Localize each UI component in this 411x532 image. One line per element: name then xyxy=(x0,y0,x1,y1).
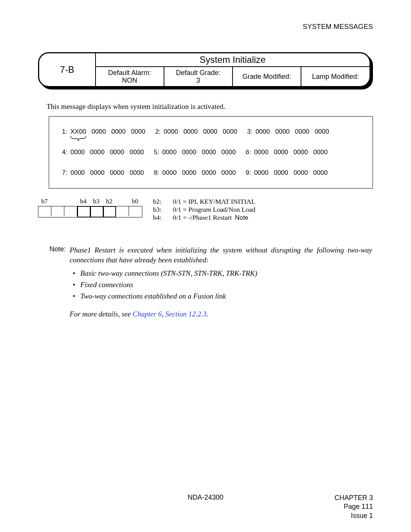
dump-group: 3: 0000 0000 0000 0000 xyxy=(242,128,334,136)
bit-label xyxy=(64,198,77,205)
dump-word: 0000 xyxy=(254,169,269,177)
dump-word: 0000 xyxy=(129,149,144,156)
dump-word: 0000 xyxy=(275,128,290,136)
dump-group: 9: 0000 0000 0000 0000 xyxy=(241,169,333,177)
bit-desc-key: b3: xyxy=(153,206,166,214)
dump-index: 6: xyxy=(241,149,251,156)
link-section[interactable]: Section 12.2.3 xyxy=(166,310,207,318)
dump-word: 0000 xyxy=(315,128,329,136)
bit-desc-value: 0/1 = -/Phase1 Restart Note xyxy=(173,214,248,222)
bit-cell-emph xyxy=(103,206,116,217)
bit-label: b7 xyxy=(38,198,51,205)
bit-cell xyxy=(116,206,129,216)
note-bullet: Basic two-way connections (STN-STN, STN-… xyxy=(80,268,372,278)
message-card: 7-B System Initialize Default Alarm: NON… xyxy=(38,52,373,89)
seealso-pre: For more details, see xyxy=(70,310,133,318)
note-text: Phase1 Restart is executed when initiali… xyxy=(70,246,372,264)
dump-group: 6: 0000 0000 0000 0000 xyxy=(241,149,333,156)
dump-word-emph: XX00 xyxy=(70,128,86,136)
dump-word: 0000 xyxy=(293,149,308,156)
card-cell-grade-modified: Grade Modified: xyxy=(233,67,301,86)
dump-word: 0000 xyxy=(162,149,177,156)
bit-desc-line: b2: 0/1 = IPL KEY/MAT INITIAL xyxy=(153,198,255,206)
page-footer: NDA-24300 CHAPTER 3 Page 111 Issue 1 xyxy=(38,494,373,502)
bit-label: b3 xyxy=(90,198,103,205)
dump-index: 1: xyxy=(57,128,67,136)
bit-cell xyxy=(51,206,64,216)
dump-index: 7: xyxy=(57,169,67,177)
bit-label xyxy=(116,198,129,205)
dump-word: 0000 xyxy=(182,149,196,156)
dump-group: 7: 0000 0000 0000 0000 xyxy=(57,169,149,177)
dump-word: 0000 xyxy=(203,128,218,136)
card-cell-default-alarm: Default Alarm: NON xyxy=(96,67,164,86)
dump-row: 1: XX00 0000 0000 0000 2: 0000 0000 000 xyxy=(57,128,364,136)
dump-word: 0000 xyxy=(92,128,106,136)
dump-word: 0000 xyxy=(182,169,196,177)
dump-word: 0000 xyxy=(70,149,85,156)
footer-chapter: CHAPTER 3 xyxy=(335,494,373,502)
dump-word: 0000 xyxy=(110,149,124,156)
running-head: SYSTEM MESSAGES xyxy=(38,23,373,31)
dump-group: 1: XX00 0000 0000 0000 xyxy=(57,128,151,136)
dump-index: 3: xyxy=(242,128,252,136)
message-code: 7-B xyxy=(39,53,96,86)
card-face: 7-B System Initialize Default Alarm: NON… xyxy=(38,52,371,87)
bit-desc-line: b3: 0/1 = Program Load/Non Load xyxy=(153,206,255,214)
bit-label: b4 xyxy=(77,198,90,205)
bit-diagram: b7 b4 b3 b2 b0 xyxy=(38,198,142,217)
card-cell-default-grade: Default Grade: 3 xyxy=(164,67,233,86)
dump-index: 4: xyxy=(57,149,67,156)
bit-area: b7 b4 b3 b2 b0 b2: xyxy=(38,198,373,222)
dump-row: 7: 0000 0000 0000 0000 8: 0000 0000 0000… xyxy=(57,169,364,177)
dump-group: 8: 0000 0000 0000 0000 xyxy=(149,169,241,177)
note-body: Phase1 Restart is executed when initiali… xyxy=(70,245,373,319)
data-dump: 1: XX00 0000 0000 0000 2: 0000 0000 000 xyxy=(49,116,373,189)
bit-desc-value-text: 0/1 = -/Phase1 Restart xyxy=(173,214,232,221)
bit-cell-emph xyxy=(77,206,90,217)
dump-group: 5: 0000 0000 0000 0000 xyxy=(149,149,241,156)
link-chapter[interactable]: Chapter 6 xyxy=(133,310,162,318)
bit-box xyxy=(38,206,142,217)
bit-label: b2 xyxy=(103,198,116,205)
footer-doc: NDA-24300 xyxy=(38,494,373,502)
dump-index: 2: xyxy=(151,128,161,136)
dump-word: 0000 xyxy=(183,128,198,136)
dump-index: 9: xyxy=(241,169,251,177)
dump-word: 0000 xyxy=(221,149,236,156)
note-seealso: For more details, see Chapter 6, Section… xyxy=(70,309,372,319)
bit-cell-emph xyxy=(90,206,103,217)
dump-word: 0000 xyxy=(223,128,237,136)
dump-word: 0000 xyxy=(90,169,105,177)
bit-cell xyxy=(38,206,51,216)
bit-desc-value: 0/1 = Program Load/Non Load xyxy=(173,206,255,214)
note-bullets: Basic two-way connections (STN-STN, STN-… xyxy=(70,268,372,301)
bit-cell xyxy=(64,206,77,216)
card-cell-label: Default Alarm: xyxy=(108,69,151,77)
dump-word: 0000 xyxy=(70,169,85,177)
seealso-post: . xyxy=(207,310,209,318)
card-cell-value: NON xyxy=(122,77,137,84)
card-table: 7-B System Initialize Default Alarm: NON… xyxy=(39,53,370,86)
dump-index: 8: xyxy=(149,169,159,177)
dump-word: 0000 xyxy=(90,149,105,156)
message-title: System Initialize xyxy=(96,53,370,67)
bit-desc-note-ref: Note xyxy=(235,214,249,221)
dump-word: 0000 xyxy=(131,128,145,136)
bit-desc-key: b4: xyxy=(153,214,166,222)
bit-cell xyxy=(129,206,142,216)
dump-word: 0000 xyxy=(111,128,126,136)
dump-word: 0000 xyxy=(274,149,288,156)
dump-word: 0000 xyxy=(164,128,178,136)
bit-desc-key: b2: xyxy=(153,198,166,206)
note-tag: Note: xyxy=(38,245,66,319)
card-cell-label: Grade Modified: xyxy=(242,73,291,80)
dump-word: 0000 xyxy=(274,169,288,177)
dump-word: 0000 xyxy=(221,169,236,177)
dump-group: 4: 0000 0000 0000 0000 xyxy=(57,149,149,156)
bit-label xyxy=(51,198,64,205)
note-bullet: Fixed connections xyxy=(80,280,372,290)
dump-word: 0000 xyxy=(313,169,328,177)
card-cell-label: Default Grade: xyxy=(176,69,220,77)
dump-word: 0000 xyxy=(295,128,309,136)
